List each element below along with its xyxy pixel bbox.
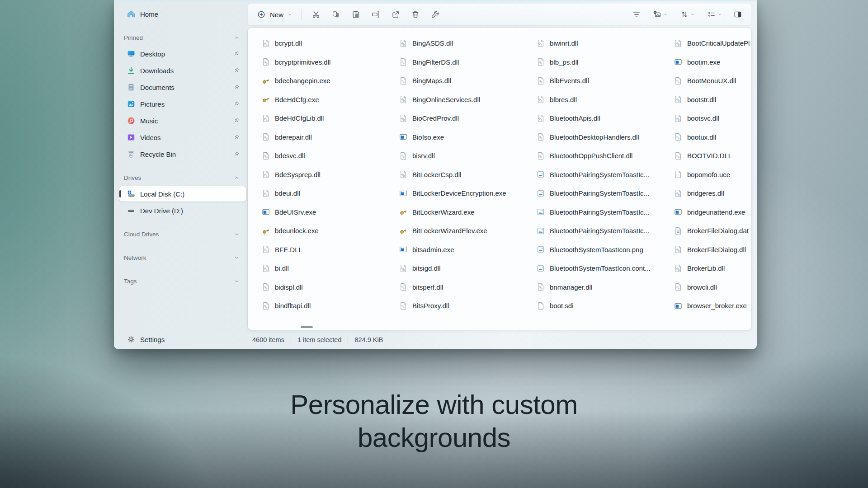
- sort-button[interactable]: [675, 6, 700, 23]
- file-item-bdesysprep-dll[interactable]: BdeSysprep.dll: [259, 165, 397, 184]
- file-item-brokerlib-dll[interactable]: BrokerLib.dll: [672, 259, 751, 278]
- pin-icon[interactable]: [233, 117, 240, 124]
- file-item-bitsigd-dll[interactable]: bitsigd.dll: [397, 259, 534, 278]
- file-item-blb-ps-dll[interactable]: blb_ps.dll: [534, 53, 672, 72]
- file-item-bitsadmin-exe[interactable]: bitsadmin.exe: [397, 240, 534, 259]
- sidebar-item-documents[interactable]: Documents: [119, 80, 246, 95]
- file-item-bdeui-dll[interactable]: bdeui.dll: [259, 184, 397, 203]
- filter-button[interactable]: [627, 6, 646, 23]
- file-item-bingfilterds-dll[interactable]: BingFilterDS.dll: [397, 53, 534, 72]
- sidebar-section-drives[interactable]: Drives: [119, 170, 246, 185]
- file-item-brokerfiledialog-dat[interactable]: BrokerFileDialog.dat: [672, 221, 751, 240]
- pin-icon[interactable]: [233, 51, 240, 57]
- sidebar-section-network[interactable]: Network: [119, 250, 246, 265]
- file-item-bingmaps-dll[interactable]: BingMaps.dll: [397, 71, 534, 90]
- paste-button[interactable]: [347, 6, 365, 23]
- file-item-bderepair-dll[interactable]: bderepair.dll: [259, 128, 397, 147]
- file-name: browcli.dll: [687, 283, 717, 291]
- file-item-blbres-dll[interactable]: blbres.dll: [534, 90, 672, 109]
- file-item-bopomofo-uce[interactable]: bopomofo.uce: [672, 165, 751, 184]
- file-item-bingonlineservices-dll[interactable]: BingOnlineServices.dll: [397, 90, 534, 109]
- file-item-browcli-dll[interactable]: browcli.dll: [672, 278, 751, 297]
- horizontal-scrollbar-thumb[interactable]: [301, 326, 313, 328]
- file-item-bdehdcfg-exe[interactable]: BdeHdCfg.exe: [259, 90, 397, 109]
- file-item-bluetoothpairingsystemtoastic[interactable]: BluetoothPairingSystemToastIc...: [534, 184, 672, 203]
- file-item-bridgeres-dll[interactable]: bridgeres.dll: [672, 184, 751, 203]
- sidebar-item-home[interactable]: Home: [119, 6, 246, 22]
- file-item-bluetoothopppushclient-dll[interactable]: BluetoothOppPushClient.dll: [534, 146, 672, 165]
- file-item-bitsproxy-dll[interactable]: BitsProxy.dll: [397, 296, 534, 315]
- file-item-bootsvc-dll[interactable]: bootsvc.dll: [672, 109, 751, 128]
- file-item-bootim-exe[interactable]: bootim.exe: [672, 53, 751, 72]
- properties-button[interactable]: [426, 6, 444, 23]
- sidebar-item-desktop[interactable]: Desktop: [119, 46, 246, 61]
- dll-file-icon: [536, 151, 545, 160]
- file-item-bitsperf-dll[interactable]: bitsperf.dll: [397, 278, 534, 297]
- file-item-bootcriticalupdatepl[interactable]: BootCriticalUpdatePl: [672, 34, 751, 53]
- file-item-bluetoothpairingsystemtoastic[interactable]: BluetoothPairingSystemToastIc...: [534, 221, 672, 240]
- delete-button[interactable]: [406, 6, 425, 23]
- file-item-bitlockerdeviceencryption-exe[interactable]: BitLockerDeviceEncryption.exe: [397, 184, 534, 203]
- cut-button[interactable]: [307, 6, 325, 23]
- share-button[interactable]: [387, 6, 405, 23]
- file-item-bdeunlock-exe[interactable]: bdeunlock.exe: [259, 221, 397, 240]
- sidebar-item-local-disk-c[interactable]: Local Disk (C:): [119, 186, 246, 202]
- pin-icon[interactable]: [233, 101, 240, 108]
- file-item-bdehdcfglib-dll[interactable]: BdeHdCfgLib.dll: [259, 109, 397, 128]
- new-button[interactable]: New: [251, 6, 297, 23]
- pin-icon[interactable]: [233, 67, 240, 74]
- file-item-bdeuisrv-exe[interactable]: BdeUISrv.exe: [259, 203, 397, 222]
- details-pane-button[interactable]: [729, 6, 747, 23]
- sidebar-section-pinned[interactable]: Pinned: [119, 30, 246, 45]
- copy-button[interactable]: [327, 6, 345, 23]
- view-options-button[interactable]: [702, 6, 727, 23]
- file-item-biocredprov-dll[interactable]: BioCredProv.dll: [397, 109, 534, 128]
- sidebar-section-tags[interactable]: Tags: [119, 273, 246, 289]
- file-item-boot-sdi[interactable]: boot.sdi: [534, 296, 672, 315]
- file-item-biwinrt-dll[interactable]: biwinrt.dll: [534, 34, 672, 53]
- file-item-bcryptprimitives-dll[interactable]: bcryptprimitives.dll: [259, 53, 397, 72]
- file-item-blbevents-dll[interactable]: BlbEvents.dll: [534, 71, 672, 90]
- file-item-bluetoothsystemtoasticon-png[interactable]: BluetoothSystemToastIcon.png: [534, 240, 672, 259]
- pin-icon[interactable]: [233, 84, 240, 91]
- file-item-bootvid-dll[interactable]: BOOTVID.DLL: [672, 146, 751, 165]
- file-item-bootux-dll[interactable]: bootux.dll: [672, 128, 751, 147]
- file-item-bfe-dll[interactable]: BFE.DLL: [259, 240, 397, 259]
- file-item-bdesvc-dll[interactable]: bdesvc.dll: [259, 146, 397, 165]
- file-item-bi-dll[interactable]: bi.dll: [259, 259, 397, 278]
- file-item-bindfltapi-dll[interactable]: bindfltapi.dll: [259, 296, 397, 315]
- sidebar-section-cloud-drives[interactable]: Cloud Drives: [119, 226, 246, 242]
- sidebar-item-music[interactable]: Music: [119, 113, 246, 128]
- file-item-bluetoothsystemtoasticon-cont[interactable]: BluetoothSystemToastIcon.cont...: [534, 259, 672, 278]
- sidebar-item-recycle-bin[interactable]: Recycle Bin: [119, 146, 246, 162]
- settings-button[interactable]: Settings: [119, 332, 196, 347]
- file-item-bluetoothpairingsystemtoastic[interactable]: BluetoothPairingSystemToastIc...: [534, 203, 672, 222]
- file-item-bridgeunattend-exe[interactable]: bridgeunattend.exe: [672, 203, 751, 222]
- file-item-bisrv-dll[interactable]: bisrv.dll: [397, 146, 534, 165]
- pin-icon[interactable]: [233, 151, 240, 158]
- file-item-bootstr-dll[interactable]: bootstr.dll: [672, 90, 751, 109]
- file-item-bootmenuux-dll[interactable]: BootMenuUX.dll: [672, 71, 751, 90]
- file-item-bioiso-exe[interactable]: BioIso.exe: [397, 128, 534, 147]
- pin-icon[interactable]: [233, 134, 240, 141]
- file-item-bitlockerwizardelev-exe[interactable]: BitLockerWizardElev.exe: [397, 221, 534, 240]
- file-item-bluetoothdesktophandlers-dll[interactable]: BluetoothDesktopHandlers.dll: [534, 128, 672, 147]
- view-options-icon: [707, 10, 716, 19]
- file-item-bluetoothpairingsystemtoastic[interactable]: BluetoothPairingSystemToastIc...: [534, 165, 672, 184]
- file-item-bluetoothapis-dll[interactable]: BluetoothApis.dll: [534, 109, 672, 128]
- file-item-brokerfiledialog-dll[interactable]: BrokerFileDialog.dll: [672, 240, 751, 259]
- sidebar-item-dev-drive-d[interactable]: Dev Drive (D:): [119, 203, 246, 218]
- file-item-bingasds-dll[interactable]: BingASDS.dll: [397, 34, 534, 53]
- file-item-bitlockercsp-dll[interactable]: BitLockerCsp.dll: [397, 165, 534, 184]
- sidebar-item-pictures[interactable]: Pictures: [119, 96, 246, 112]
- file-item-browser-broker-exe[interactable]: browser_broker.exe: [672, 296, 751, 315]
- file-item-bdechangepin-exe[interactable]: bdechangepin.exe: [259, 71, 397, 90]
- sidebar-item-videos[interactable]: Videos: [119, 130, 246, 145]
- sidebar-item-downloads[interactable]: Downloads: [119, 63, 246, 78]
- rename-button[interactable]: [367, 6, 385, 23]
- gallery-options-button[interactable]: [647, 6, 673, 23]
- file-item-bnmanager-dll[interactable]: bnmanager.dll: [534, 278, 672, 297]
- file-item-bitlockerwizard-exe[interactable]: BitLockerWizard.exe: [397, 203, 534, 222]
- file-item-bidispl-dll[interactable]: bidispl.dll: [259, 278, 397, 297]
- file-item-bcrypt-dll[interactable]: bcrypt.dll: [259, 34, 397, 53]
